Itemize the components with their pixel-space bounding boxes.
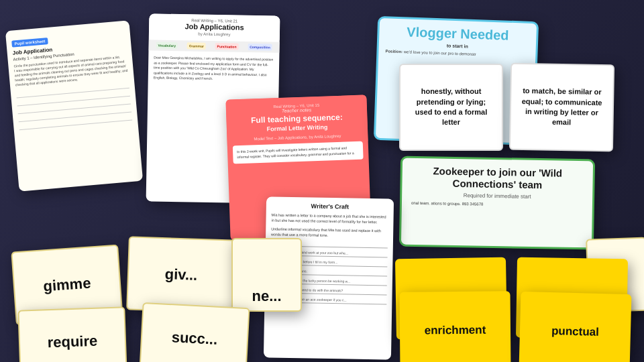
enrichment-text: enrichment: [425, 323, 486, 337]
card-enrichment[interactable]: enrichment: [400, 291, 511, 362]
scene: Pupil worksheet Job Application Activity…: [0, 0, 644, 362]
honestly-text: honestly, without pretending or lying; u…: [407, 86, 495, 128]
card-zookeeper[interactable]: Zookeeper to join our 'Wild Connections'…: [399, 156, 595, 249]
rw-body: Dear Miss Georgina Michelubles, I am wri…: [148, 52, 280, 85]
worksheet-header: Pupil worksheet: [11, 38, 48, 48]
vlogger-position-text: we'd love you to join our pro to demonst…: [404, 50, 476, 56]
tn-body: In this 2-week unit, Pupils will investi…: [233, 141, 364, 164]
card-give[interactable]: giv...: [126, 236, 236, 314]
card-require[interactable]: require: [17, 306, 127, 362]
vlogger-body: Position: we'd love you to join our pro …: [385, 48, 529, 59]
card-ne[interactable]: ne...: [231, 238, 302, 312]
card-honestly[interactable]: honestly, without pretending or lying; u…: [399, 64, 503, 151]
card-worksheet[interactable]: Pupil worksheet Job Application Activity…: [5, 20, 143, 191]
wc-instruction: Underline informal vocabulary that Mia h…: [271, 226, 388, 239]
wc-intro: Mia has written a letter to a company ab…: [271, 212, 388, 225]
tomatch-text: to match, be similar or equal; to commun…: [517, 86, 606, 129]
rw-header: Real Writing – Y6, Unit 21 Job Applicati…: [149, 13, 280, 40]
punctual-text: punctual: [551, 324, 599, 339]
card-punctual[interactable]: punctual: [519, 292, 632, 362]
tn-header: Real Writing – Y6, Unit 15 Teacher notes…: [225, 95, 368, 145]
rw-tab-punctuation[interactable]: Punctuation: [215, 43, 239, 50]
require-text: require: [47, 333, 97, 352]
give-text: giv...: [164, 265, 197, 284]
zookeeper-subtitle: Required for immediate start: [411, 192, 583, 200]
ne-text: ne...: [252, 288, 281, 305]
rw-tab-vocabulary[interactable]: Vocabulary: [156, 42, 178, 50]
zookeeper-phone: 893 345678: [462, 202, 484, 206]
rw-tabs: Vocabulary Grammar Punctuation Compositi…: [148, 40, 279, 53]
tn-model: Model Text – Job Applications, by Anita …: [235, 133, 360, 141]
succ-text: succ...: [171, 328, 218, 349]
wc-title: Writer's Craft: [272, 202, 388, 210]
vlogger-title: Vlogger Needed: [386, 23, 530, 43]
rw-tab-grammar[interactable]: Grammar: [187, 42, 206, 49]
zookeeper-body-text: onal team. ations to groups.: [411, 201, 461, 206]
card-tomatch[interactable]: to match, be similar or equal; to commun…: [509, 63, 614, 152]
zookeeper-body: onal team. ations to groups. 893 345678: [411, 200, 583, 209]
zookeeper-title: Zookeeper to join our 'Wild Connections'…: [411, 165, 584, 192]
rw-tab-composition[interactable]: Composition: [248, 44, 272, 51]
vlogger-position-label: Position:: [385, 49, 402, 54]
card-succ[interactable]: succ...: [139, 302, 250, 362]
gimme-text: gimme: [43, 275, 92, 296]
